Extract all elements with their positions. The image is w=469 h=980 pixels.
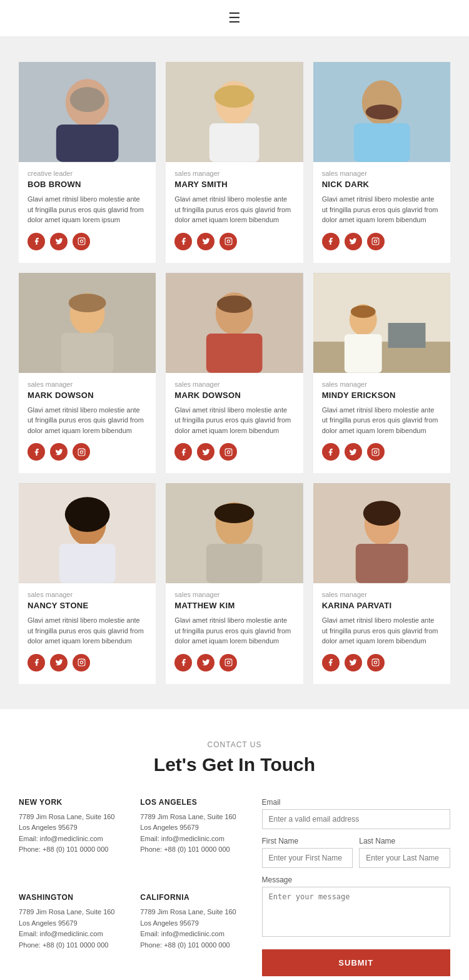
facebook-button[interactable] (174, 443, 192, 461)
member-photo (166, 62, 303, 162)
twitter-button[interactable] (197, 654, 214, 671)
member-role: sales manager (174, 170, 294, 177)
member-name: MATTHEW KIM (174, 601, 294, 610)
social-icons (313, 443, 450, 461)
message-input[interactable] (262, 887, 451, 937)
facebook-button[interactable] (28, 654, 45, 671)
member-name: MINDY ERICKSON (322, 390, 441, 400)
member-role: sales manager (28, 591, 147, 598)
svg-point-46 (65, 497, 110, 532)
facebook-button[interactable] (322, 443, 340, 461)
facebook-button[interactable] (28, 233, 45, 250)
svg-rect-9 (209, 123, 260, 162)
card-body: sales manager NICK DARK Glavi amet ritni… (313, 162, 450, 225)
facebook-button[interactable] (322, 654, 340, 671)
svg-point-49 (80, 661, 83, 663)
instagram-button[interactable] (367, 233, 385, 250)
svg-point-20 (377, 239, 378, 240)
card-body: sales manager MINDY ERICKSON Glavi amet … (313, 373, 450, 436)
svg-point-5 (80, 240, 83, 242)
member-name: MARK DOWSON (28, 390, 147, 400)
instagram-button[interactable] (73, 654, 90, 671)
twitter-button[interactable] (345, 443, 362, 461)
svg-point-43 (377, 449, 378, 450)
svg-point-56 (227, 661, 229, 663)
city-name: NEW YORK (19, 798, 128, 807)
card-body: sales manager MARY SMITH Glavi amet ritn… (166, 162, 303, 225)
menu-icon[interactable]: ☰ (228, 10, 241, 26)
facebook-button[interactable] (28, 443, 45, 461)
svg-point-12 (227, 240, 229, 242)
svg-point-63 (374, 661, 376, 663)
team-card: sales manager MARK DOWSON Glavi amet rit… (166, 273, 303, 474)
svg-rect-62 (372, 659, 379, 666)
facebook-button[interactable] (174, 654, 192, 671)
member-desc: Glavi amet ritnisl libero molestie ante … (174, 615, 294, 646)
svg-rect-11 (225, 238, 232, 245)
twitter-button[interactable] (197, 233, 214, 250)
instagram-button[interactable] (73, 443, 90, 461)
header: ☰ (0, 0, 469, 37)
submit-button[interactable]: SUBMIT (262, 949, 451, 976)
address-block: WASHINGTON 7789 Jim Rosa Lane, Suite 160… (19, 893, 128, 976)
social-icons (19, 443, 156, 461)
member-photo (19, 273, 156, 373)
social-icons (313, 654, 450, 671)
twitter-button[interactable] (345, 654, 362, 671)
last-name-label: Last Name (359, 837, 450, 845)
team-section: creative leader BOB BROWN Glavi amet rit… (0, 37, 469, 709)
facebook-button[interactable] (174, 233, 192, 250)
member-desc: Glavi amet ritnisl libero molestie ante … (28, 405, 147, 436)
member-role: sales manager (322, 170, 441, 177)
first-name-group: First Name (262, 837, 353, 868)
svg-point-27 (83, 449, 83, 450)
svg-point-17 (365, 105, 398, 120)
instagram-button[interactable] (219, 443, 237, 461)
first-name-input[interactable] (262, 848, 353, 868)
twitter-button[interactable] (345, 233, 362, 250)
svg-point-31 (217, 295, 252, 313)
instagram-button[interactable] (219, 233, 237, 250)
member-photo (313, 62, 450, 162)
twitter-button[interactable] (197, 443, 214, 461)
svg-rect-4 (78, 238, 85, 245)
member-name: BOB BROWN (28, 180, 147, 189)
svg-point-6 (83, 239, 83, 240)
contact-label: CONTACT US (19, 740, 450, 749)
member-desc: Glavi amet ritnisl libero molestie ante … (174, 405, 294, 436)
city-name: WASHINGTON (19, 893, 128, 902)
member-role: sales manager (174, 380, 294, 388)
twitter-button[interactable] (50, 443, 68, 461)
member-role: sales manager (28, 380, 147, 388)
facebook-button[interactable] (322, 233, 340, 250)
member-name: NANCY STONE (28, 601, 147, 610)
member-photo (313, 483, 450, 583)
member-role: sales manager (322, 591, 441, 598)
email-label: Email (262, 798, 451, 807)
team-card: sales manager MARY SMITH Glavi amet ritn… (166, 62, 303, 263)
address-block: CALIFORNIA 7789 Jim Rosa Lane, Suite 160… (140, 893, 249, 976)
address-text: 7789 Jim Rosa Lane, Suite 160Los Angeles… (19, 907, 128, 951)
address-block: NEW YORK 7789 Jim Rosa Lane, Suite 160Lo… (19, 798, 128, 881)
twitter-button[interactable] (50, 233, 68, 250)
member-role: sales manager (322, 380, 441, 388)
twitter-button[interactable] (50, 654, 68, 671)
message-label: Message (262, 875, 451, 884)
member-name: MARY SMITH (174, 180, 294, 189)
svg-point-50 (83, 660, 83, 661)
instagram-button[interactable] (219, 654, 237, 671)
instagram-button[interactable] (367, 654, 385, 671)
member-name: NICK DARK (322, 180, 441, 189)
svg-point-13 (230, 239, 231, 240)
svg-rect-30 (206, 333, 263, 372)
instagram-button[interactable] (73, 233, 90, 250)
message-group: Message (262, 875, 451, 939)
last-name-input[interactable] (359, 848, 450, 868)
svg-rect-2 (56, 125, 119, 162)
member-role: sales manager (174, 591, 294, 598)
svg-rect-48 (78, 659, 85, 666)
social-icons (166, 654, 303, 671)
email-input[interactable] (262, 809, 451, 829)
instagram-button[interactable] (367, 443, 385, 461)
member-name: MARK DOWSON (174, 390, 294, 400)
